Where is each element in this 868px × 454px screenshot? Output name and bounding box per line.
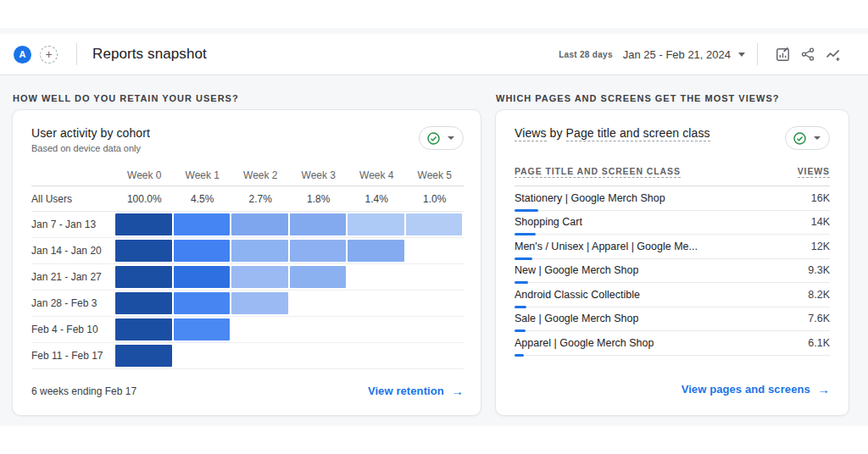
table-row: Men's / Unisex | Apparel | Google Me...1… xyxy=(515,235,830,259)
week-header-label: Week 3 xyxy=(290,169,348,181)
cohort-week-header-row: Week 0Week 1Week 2Week 3Week 4Week 5 xyxy=(31,165,464,186)
table-row: Sale | Google Merch Shop7.6K xyxy=(515,307,830,332)
cohort-row-label: Jan 21 - Jan 27 xyxy=(31,271,115,283)
views-value-cell: 6.1K xyxy=(808,337,830,349)
customize-report-icon[interactable] xyxy=(770,42,795,67)
cohort-cell xyxy=(348,240,404,262)
cohort-cell-empty xyxy=(290,291,348,316)
all-users-label: All Users xyxy=(31,193,115,205)
cohort-cell xyxy=(115,345,172,367)
page-title-cell: Stationery | Google Merch Shop xyxy=(515,192,665,204)
date-range-label: Last 28 days xyxy=(559,50,613,59)
date-range-value: Jan 25 - Feb 21, 2024 xyxy=(623,48,731,61)
views-value-cell: 8.2K xyxy=(808,289,830,301)
dimension-column-header[interactable]: PAGE TITLE AND SCREEN CLASS xyxy=(515,166,681,178)
cohort-cell-empty xyxy=(406,343,465,368)
data-quality-badge[interactable] xyxy=(785,126,830,150)
green-check-icon xyxy=(793,131,807,146)
cohort-cell-empty xyxy=(231,343,290,368)
cohort-cell xyxy=(290,213,347,235)
pages-column-headers: PAGE TITLE AND SCREEN CLASS VIEWS xyxy=(515,166,830,186)
cohort-row: Jan 21 - Jan 27 xyxy=(31,264,464,291)
cohort-all-users-row: All Users 100.0%4.5%2.7%1.8%1.4%1.0% xyxy=(31,186,464,212)
table-row: New | Google Merch Shop9.3K xyxy=(515,259,830,284)
table-row: Shopping Cart14K xyxy=(515,211,830,235)
chevron-down-icon xyxy=(814,136,821,140)
account-avatar[interactable]: A xyxy=(14,46,31,64)
retention-card-subtitle: Based on device data only xyxy=(31,143,150,153)
page-title-cell: Men's / Unisex | Apparel | Google Me... xyxy=(515,241,698,252)
cohort-cell-empty xyxy=(290,343,348,368)
add-comparison-button[interactable]: + xyxy=(40,46,58,64)
chevron-down-icon xyxy=(448,136,454,140)
cohort-cell xyxy=(290,266,347,288)
all-users-value: 4.5% xyxy=(174,193,232,205)
retention-card: User activity by cohort Based on device … xyxy=(12,109,481,416)
cohort-cell-empty xyxy=(348,317,406,342)
cohort-row-label: Feb 4 - Feb 10 xyxy=(31,324,115,335)
cohort-row: Jan 14 - Jan 20 xyxy=(31,238,464,264)
table-row: Apparel | Google Merch Shop6.1K xyxy=(515,331,830,356)
cohort-cell xyxy=(115,266,172,288)
cohort-cell xyxy=(231,292,288,314)
cohort-cell-empty xyxy=(406,291,465,316)
cohort-row-label: Jan 14 - Jan 20 xyxy=(31,245,115,257)
cohort-cell-empty xyxy=(348,343,406,368)
header-divider xyxy=(76,43,77,65)
toolbar-divider xyxy=(757,43,758,65)
metric-column-header[interactable]: VIEWS xyxy=(798,166,830,178)
cohort-row: Jan 28 - Feb 3 xyxy=(31,291,464,317)
all-users-value: 1.0% xyxy=(406,193,465,205)
pages-card-title: Views by Page title and screen class xyxy=(515,126,710,140)
page-title-cell: Shopping Cart xyxy=(515,216,582,228)
date-range-picker[interactable]: Jan 25 - Feb 21, 2024 xyxy=(623,48,745,61)
retention-section-label: HOW WELL DO YOU RETAIN YOUR USERS? xyxy=(13,93,239,103)
page-title-cell: Apparel | Google Merch Shop xyxy=(515,337,654,349)
cohort-cell-empty xyxy=(348,264,406,290)
page-title-cell: Sale | Google Merch Shop xyxy=(515,313,638,324)
view-retention-link[interactable]: View retention → xyxy=(368,384,464,398)
cohort-cell-empty xyxy=(174,343,232,368)
title-dimension[interactable]: Page title and screen class xyxy=(566,126,710,141)
cohort-cell-empty xyxy=(231,317,290,342)
page-title: Reports snapshot xyxy=(92,46,207,63)
week-header-label: Week 0 xyxy=(115,169,174,181)
cohort-cell-empty xyxy=(406,238,465,263)
insights-icon[interactable] xyxy=(821,42,846,67)
data-quality-badge[interactable] xyxy=(419,126,464,150)
all-users-value: 2.7% xyxy=(231,193,290,205)
cohort-cell xyxy=(290,240,347,262)
table-row: Stationery | Google Merch Shop16K xyxy=(515,186,830,211)
page-title-cell: Android Classic Collectible xyxy=(515,289,640,301)
views-value-cell: 14K xyxy=(811,216,830,228)
views-bar xyxy=(515,354,524,357)
week-header-label: Week 2 xyxy=(231,169,290,181)
cohort-cell xyxy=(115,292,172,314)
cohort-cell xyxy=(231,213,288,235)
views-value-cell: 7.6K xyxy=(808,313,830,324)
cohort-row: Feb 11 - Feb 17 xyxy=(31,343,464,369)
cohort-row: Feb 4 - Feb 10 xyxy=(31,317,464,343)
pages-table: Stationery | Google Merch Shop16KShoppin… xyxy=(515,186,830,356)
views-value-cell: 16K xyxy=(811,192,830,204)
retention-card-title: User activity by cohort xyxy=(31,126,150,140)
page-title-cell: New | Google Merch Shop xyxy=(515,264,638,276)
green-check-icon xyxy=(426,131,441,146)
cohort-row: Jan 7 - Jan 13 xyxy=(31,212,464,238)
share-icon[interactable] xyxy=(795,42,821,67)
cohort-cell xyxy=(174,318,231,340)
pages-card: Views by Page title and screen class PAG… xyxy=(495,109,849,416)
cohort-cell xyxy=(348,213,404,235)
title-metric[interactable]: Views xyxy=(515,126,547,141)
cohort-cell-empty xyxy=(290,317,348,342)
arrow-right-icon: → xyxy=(817,382,830,396)
all-users-value: 1.8% xyxy=(290,193,348,205)
top-bar: A + Reports snapshot Last 28 days Jan 25… xyxy=(0,34,868,75)
views-value-cell: 12K xyxy=(811,241,830,252)
cohort-cell xyxy=(406,213,463,235)
week-header-label: Week 4 xyxy=(348,169,406,181)
week-header-label: Week 5 xyxy=(406,169,465,181)
view-pages-and-screens-link[interactable]: View pages and screens → xyxy=(682,382,830,396)
cohort-row-label: Feb 11 - Feb 17 xyxy=(31,350,115,362)
views-value-cell: 9.3K xyxy=(808,264,830,276)
